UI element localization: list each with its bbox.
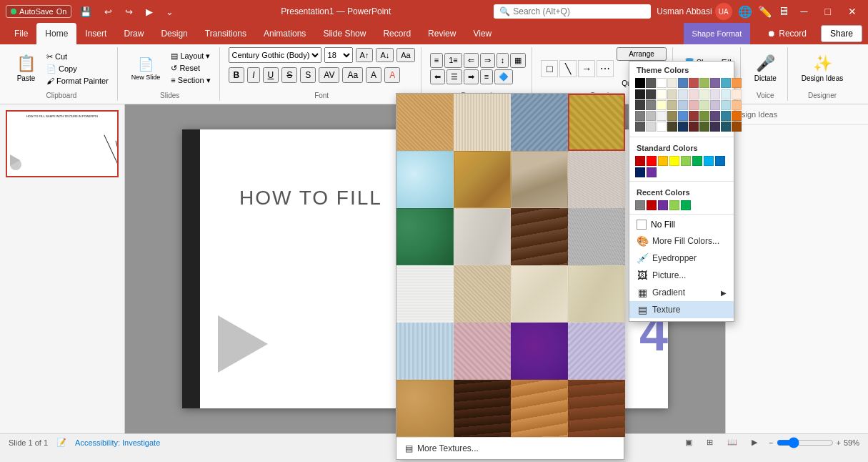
sc-9[interactable] xyxy=(635,167,645,177)
tc-light-2[interactable] xyxy=(678,78,688,88)
ts-23[interactable] xyxy=(657,111,667,121)
increase-font-button[interactable]: A↑ xyxy=(356,48,374,62)
notes-icon[interactable]: 📝 xyxy=(56,438,66,447)
texture-red-wood[interactable] xyxy=(568,380,625,437)
rc-3[interactable] xyxy=(658,200,668,210)
ts-36[interactable] xyxy=(689,122,699,132)
tab-review[interactable]: Review xyxy=(419,23,464,44)
more-textures-button[interactable]: ▤ More Textures... xyxy=(396,437,624,459)
share-button[interactable]: Share xyxy=(821,25,862,42)
sc-4[interactable] xyxy=(669,156,679,166)
ts-21[interactable] xyxy=(635,111,645,121)
justify-button[interactable]: ≡ xyxy=(480,69,493,84)
minimize-button[interactable]: ─ xyxy=(795,4,814,19)
tab-file[interactable]: File xyxy=(6,23,36,44)
ts-11[interactable] xyxy=(635,100,645,110)
tab-home[interactable]: Home xyxy=(36,23,76,44)
font-spacing-button[interactable]: AV xyxy=(319,67,339,83)
layout-button[interactable]: ▤ Layout ▾ xyxy=(168,51,213,62)
columns-button[interactable]: ▦ xyxy=(510,53,526,68)
texture-option[interactable]: ▤ Texture xyxy=(629,301,734,318)
rc-5[interactable] xyxy=(681,200,691,210)
align-right-button[interactable]: ➡ xyxy=(464,69,479,84)
save-button[interactable]: 💾 xyxy=(76,5,96,19)
search-bar[interactable]: 🔍 xyxy=(494,4,651,19)
tab-slideshow[interactable]: Slide Show xyxy=(314,23,374,44)
copy-button[interactable]: 📄 Copy xyxy=(44,64,111,74)
bullets-button[interactable]: ≡ xyxy=(430,53,443,68)
present-button[interactable]: ▶ xyxy=(141,5,157,19)
ts-31[interactable] xyxy=(635,122,645,132)
more-options-button[interactable]: ⌄ xyxy=(161,5,178,19)
texture-light-tan[interactable] xyxy=(568,265,625,323)
ts-28[interactable] xyxy=(710,111,720,121)
maximize-button[interactable]: □ xyxy=(819,4,837,19)
ts-3[interactable] xyxy=(657,89,667,99)
ts-40[interactable] xyxy=(732,122,742,132)
no-fill-option[interactable]: No Fill xyxy=(629,217,734,232)
shape-line[interactable]: ╲ xyxy=(559,60,577,77)
tab-animations[interactable]: Animations xyxy=(255,23,314,44)
ts-9[interactable] xyxy=(721,89,731,99)
ts-4[interactable] xyxy=(667,89,677,99)
decrease-font-button[interactable]: A↓ xyxy=(376,48,394,62)
ts-12[interactable] xyxy=(646,100,656,110)
texture-denim[interactable] xyxy=(511,94,568,151)
texture-medium-wood[interactable] xyxy=(511,380,568,437)
more-fill-colors-option[interactable]: 🎨 More Fill Colors... xyxy=(629,232,734,250)
ts-18[interactable] xyxy=(710,100,720,110)
ts-34[interactable] xyxy=(667,122,677,132)
tc-accent-5[interactable] xyxy=(732,78,742,88)
ts-24[interactable] xyxy=(667,111,677,121)
decrease-indent-button[interactable]: ⇐ xyxy=(464,53,479,68)
ts-32[interactable] xyxy=(646,122,656,132)
texture-woven-beige[interactable] xyxy=(396,94,454,151)
tc-light-1[interactable] xyxy=(667,78,677,88)
record-button[interactable]: ⏺ Record xyxy=(759,26,815,41)
texture-purple-fabric[interactable] xyxy=(511,323,568,380)
sc-5[interactable] xyxy=(681,156,691,166)
tc-accent-2[interactable] xyxy=(699,78,709,88)
strikethrough-button[interactable]: S xyxy=(281,67,297,83)
section-button[interactable]: ≡ Section ▾ xyxy=(168,75,213,86)
texture-beige-sand[interactable] xyxy=(454,265,511,323)
tab-insert[interactable]: Insert xyxy=(76,23,115,44)
ts-14[interactable] xyxy=(667,100,677,110)
texture-pink-fabric[interactable] xyxy=(454,323,511,380)
format-painter-button[interactable]: 🖌 Format Painter xyxy=(44,76,111,86)
eyedropper-option[interactable]: 💉 Eyedropper xyxy=(629,250,734,267)
zoom-out-icon[interactable]: − xyxy=(769,438,773,447)
arrange-button[interactable]: Arrange xyxy=(617,47,667,61)
ts-10[interactable] xyxy=(732,89,742,99)
increase-indent-button[interactable]: ⇒ xyxy=(480,53,495,68)
bold-button[interactable]: B xyxy=(229,67,245,83)
zoom-control[interactable]: − + 59% xyxy=(769,437,859,448)
text-case-button[interactable]: Aa xyxy=(342,67,363,83)
texture-cream[interactable] xyxy=(511,265,568,323)
sc-6[interactable] xyxy=(692,156,702,166)
zoom-in-icon[interactable]: + xyxy=(837,438,841,447)
tab-draw[interactable]: Draw xyxy=(115,23,152,44)
ts-39[interactable] xyxy=(721,122,731,132)
design-ideas-button[interactable]: ✨ Design Ideas xyxy=(797,49,848,89)
gradient-option[interactable]: ▦ Gradient ▶ xyxy=(629,284,734,301)
slide-sorter-button[interactable]: ⊞ xyxy=(704,436,716,448)
rc-1[interactable] xyxy=(635,200,645,210)
ts-16[interactable] xyxy=(689,100,699,110)
shape-format-tab[interactable]: Shape Format xyxy=(684,23,751,44)
texture-granite-light[interactable] xyxy=(568,151,625,208)
texture-gold-foil[interactable] xyxy=(454,151,511,208)
texture-white-marble[interactable] xyxy=(454,208,511,265)
redo-button[interactable]: ↪ xyxy=(121,5,137,19)
tab-transitions[interactable]: Transitions xyxy=(196,23,255,44)
texture-green-marble[interactable] xyxy=(396,208,454,265)
sc-7[interactable] xyxy=(704,156,714,166)
tab-view[interactable]: View xyxy=(464,23,500,44)
ts-8[interactable] xyxy=(710,89,720,99)
texture-dark-walnut[interactable] xyxy=(454,380,511,437)
sc-8[interactable] xyxy=(715,156,725,166)
ts-30[interactable] xyxy=(732,111,742,121)
sc-10[interactable] xyxy=(647,167,657,177)
font-size-select[interactable]: 18 xyxy=(324,47,353,63)
font-color-button[interactable]: A xyxy=(384,67,400,83)
